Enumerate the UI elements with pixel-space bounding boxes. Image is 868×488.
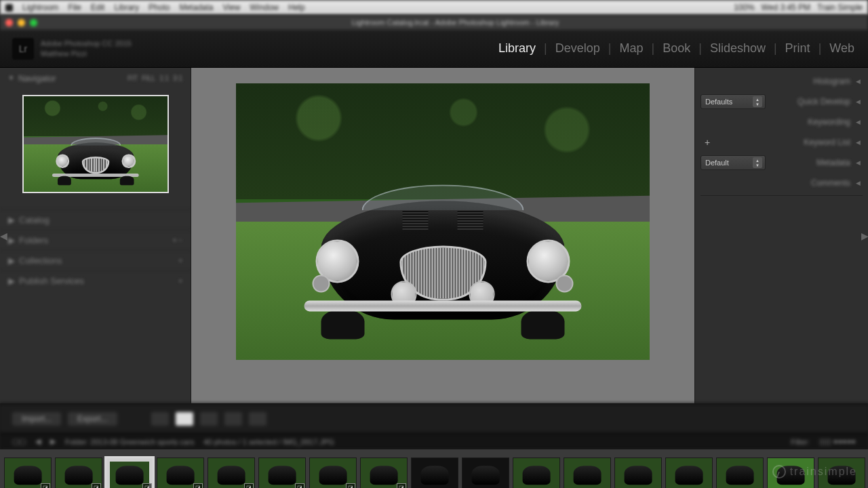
navigator-label: Navigator bbox=[18, 73, 56, 83]
panel-quick-develop[interactable]: Quick Develop bbox=[770, 97, 852, 106]
filmstrip-thumb[interactable]: ◪ bbox=[4, 458, 52, 488]
disclosure-triangle-icon[interactable]: ◀ bbox=[856, 180, 863, 186]
compare-view-icon[interactable] bbox=[200, 412, 218, 426]
module-book[interactable]: Book bbox=[661, 41, 692, 56]
stepper-arrows-icon: ▲▼ bbox=[753, 96, 762, 107]
thumb-badge-icon: ◪ bbox=[92, 483, 101, 488]
filmstrip-thumb[interactable] bbox=[665, 458, 713, 488]
menubar-item[interactable]: Metadata bbox=[179, 3, 213, 12]
mac-menubar: Lightroom File Edit Library Photo Metada… bbox=[0, 0, 868, 15]
disclosure-triangle-icon[interactable]: ◀ bbox=[856, 159, 863, 166]
library-toolbar: Import... Export... bbox=[0, 403, 868, 433]
zoom-level[interactable]: 1:1 bbox=[159, 75, 169, 82]
disclosure-triangle-icon[interactable]: ◀ bbox=[856, 98, 863, 105]
metadata-preset-dropdown[interactable]: Default ▲▼ bbox=[701, 155, 766, 170]
filmstrip-thumb[interactable] bbox=[564, 458, 611, 488]
module-slideshow[interactable]: Slideshow bbox=[709, 41, 767, 56]
identity-plate: Adobe Photoshop CC 2015 Matthew Pizzi bbox=[41, 39, 132, 58]
dropdown-value: Default bbox=[705, 159, 729, 167]
disclosure-triangle-icon[interactable]: ◀ bbox=[856, 78, 863, 85]
filmstrip-thumb[interactable] bbox=[411, 458, 458, 488]
right-panel: Histogram ◀ Defaults ▲▼ Quick Develop ◀ … bbox=[694, 68, 868, 403]
export-button[interactable]: Export... bbox=[68, 412, 117, 426]
disclosure-triangle-icon: ▶ bbox=[8, 215, 15, 225]
loupe-view-icon[interactable] bbox=[176, 412, 193, 426]
zoom-level[interactable]: FILL bbox=[142, 75, 155, 82]
navigator-header[interactable]: ▼ Navigator FIT FILL 1:1 3:1 bbox=[0, 68, 191, 88]
photo-count: 40 photos / 1 selected / IMG_0917.JPG bbox=[203, 438, 334, 446]
menubar-item[interactable]: File bbox=[68, 3, 81, 12]
collapse-right-icon[interactable]: ▶ bbox=[861, 226, 868, 246]
nav-fwd-icon[interactable]: ▶ bbox=[50, 437, 56, 446]
menubar-item[interactable]: View bbox=[223, 3, 241, 12]
panel-keyword-list[interactable]: Keyword List bbox=[770, 138, 852, 147]
window-title: Lightroom Catalog.lrcat - Adobe Photosho… bbox=[48, 18, 863, 26]
filmstrip-thumb[interactable] bbox=[767, 458, 814, 488]
panel-histogram[interactable]: Histogram bbox=[778, 77, 852, 86]
filmstrip-thumb[interactable]: ◪ bbox=[258, 458, 306, 488]
filmstrip-thumb[interactable] bbox=[614, 458, 662, 488]
panel-metadata[interactable]: Metadata bbox=[770, 158, 852, 167]
filmstrip-thumb[interactable] bbox=[818, 458, 865, 488]
thumb-badge-icon: ◪ bbox=[295, 483, 304, 488]
thumb-badge-icon: ◪ bbox=[41, 483, 50, 488]
filmstrip-info-bar: ▢▢ ◀ ▶ Folder: 2013-08 Greenwich sports … bbox=[0, 433, 868, 449]
thumb-badge-icon: ◪ bbox=[397, 483, 406, 488]
filter-label: Filter: bbox=[791, 438, 810, 446]
window-titlebar: Lightroom Catalog.lrcat - Adobe Photosho… bbox=[0, 15, 868, 30]
main-area: ◀ ▶ ▼ Navigator FIT FILL 1:1 3:1 bbox=[0, 68, 868, 403]
add-keyword-button[interactable]: + bbox=[701, 135, 766, 150]
filmstrip-thumb[interactable]: ◪ bbox=[55, 458, 102, 488]
menubar-item[interactable]: Photo bbox=[149, 3, 170, 12]
panel-publish-services[interactable]: ▶Publish Services+ bbox=[0, 270, 191, 291]
filter-flags[interactable]: ▯▯▯ ●●●●● bbox=[819, 437, 856, 446]
traffic-lights[interactable] bbox=[5, 19, 37, 26]
survey-view-icon[interactable] bbox=[224, 412, 242, 426]
menubar-app[interactable]: Lightroom bbox=[22, 3, 58, 12]
filmstrip-thumb[interactable] bbox=[513, 458, 560, 488]
navigator-thumbnail[interactable] bbox=[22, 95, 169, 193]
panel-collections[interactable]: ▶Collections+ bbox=[0, 250, 191, 270]
people-view-icon[interactable] bbox=[249, 412, 267, 426]
disclosure-triangle-icon[interactable]: ◀ bbox=[856, 119, 863, 125]
main-photo[interactable] bbox=[236, 83, 650, 360]
zoom-level[interactable]: 3:1 bbox=[173, 75, 182, 82]
module-develop[interactable]: Develop bbox=[554, 41, 601, 56]
dropdown-value: Defaults bbox=[705, 98, 732, 106]
filmstrip-thumb[interactable]: ◪ bbox=[309, 458, 357, 488]
panel-keywording[interactable]: Keywording bbox=[778, 117, 852, 127]
filmstrip[interactable]: ◪◪◪◪◪◪◪◪ bbox=[0, 449, 868, 488]
menubar-status: Train Simple bbox=[817, 3, 863, 12]
thumb-badge-icon: ◪ bbox=[244, 483, 254, 488]
panel-catalog[interactable]: ▶Catalog bbox=[0, 209, 191, 230]
menubar-item[interactable]: Window bbox=[250, 3, 279, 12]
menubar-item[interactable]: Library bbox=[114, 3, 139, 12]
disclosure-triangle-icon[interactable]: ▼ bbox=[8, 75, 14, 81]
module-library[interactable]: Library bbox=[497, 41, 537, 56]
loupe-view bbox=[191, 68, 694, 403]
menubar-item[interactable]: Help bbox=[288, 3, 305, 12]
import-button[interactable]: Import... bbox=[12, 412, 61, 426]
filmstrip-thumb[interactable]: ◪ bbox=[360, 458, 408, 488]
left-panel: ▼ Navigator FIT FILL 1:1 3:1 ▶Catalog ▶F… bbox=[0, 68, 191, 403]
second-window-icon[interactable]: ▢▢ bbox=[12, 437, 26, 446]
nav-back-icon[interactable]: ◀ bbox=[35, 437, 41, 446]
panel-comments[interactable]: Comments bbox=[778, 178, 852, 188]
zoom-level[interactable]: FIT bbox=[127, 75, 138, 82]
saved-preset-dropdown[interactable]: Defaults ▲▼ bbox=[701, 94, 766, 109]
filmstrip-thumb[interactable]: ◪ bbox=[106, 458, 153, 488]
module-map[interactable]: Map bbox=[618, 41, 644, 56]
filmstrip-thumb[interactable]: ◪ bbox=[157, 458, 204, 488]
filmstrip-thumb[interactable] bbox=[462, 458, 509, 488]
menubar-status: 100% bbox=[734, 3, 755, 12]
filmstrip-thumb[interactable]: ◪ bbox=[208, 458, 255, 488]
disclosure-triangle-icon[interactable]: ◀ bbox=[856, 139, 863, 146]
module-web[interactable]: Web bbox=[828, 41, 856, 56]
menubar-item[interactable]: Edit bbox=[91, 3, 105, 12]
disclosure-triangle-icon: ▶ bbox=[8, 235, 15, 245]
panel-folders[interactable]: ▶Folders+ − bbox=[0, 230, 191, 250]
source-path[interactable]: Folder: 2013-08 Greenwich sports cars bbox=[65, 438, 194, 446]
filmstrip-thumb[interactable] bbox=[716, 458, 764, 488]
grid-view-icon[interactable] bbox=[151, 412, 169, 426]
module-print[interactable]: Print bbox=[784, 41, 812, 56]
